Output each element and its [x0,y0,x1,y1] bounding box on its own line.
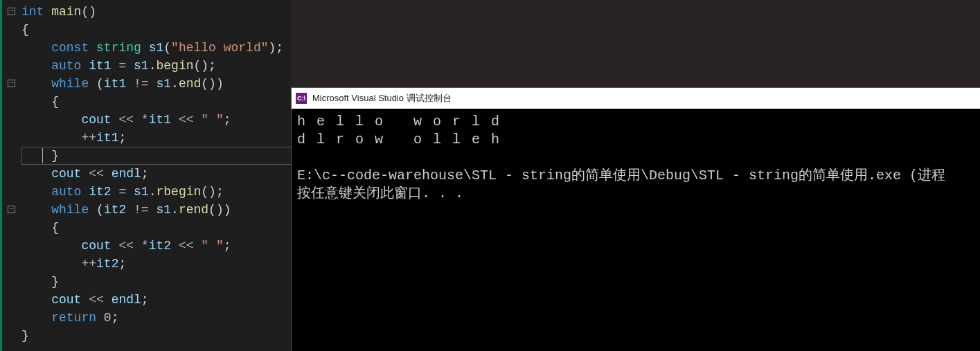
code-line[interactable]: int main() [21,3,283,21]
code-line[interactable]: return 0; [21,309,283,327]
code-line[interactable]: auto it1 = s1.begin(); [21,57,283,75]
code-line[interactable]: cout << endl; [21,165,283,183]
console-line: h e l l o w o r l d [297,113,974,131]
console-titlebar[interactable]: C:\ Microsoft Visual Studio 调试控制台 [292,88,980,109]
editor-background-right [291,0,980,87]
code-line[interactable]: { [21,219,283,237]
console-line: d l r o w o l l e h [297,131,974,149]
code-line[interactable]: } [21,147,283,165]
code-line[interactable]: ++it1; [21,129,283,147]
code-line[interactable]: cout << endl; [21,291,283,309]
console-line: E:\c--code-warehouse\STL - string的简单使用\D… [297,167,974,185]
code-line[interactable]: cout << *it2 << " "; [21,237,283,255]
code-line[interactable]: ++it2; [21,255,283,273]
fold-toggle[interactable]: − [8,80,15,87]
code-line[interactable]: while (it1 != s1.end()) [21,75,283,93]
code-line[interactable]: { [21,93,283,111]
code-area[interactable]: int main(){ const string s1("hello world… [21,3,283,345]
console-output[interactable]: h e l l o w o r l dd l r o w o l l e h E… [292,109,980,207]
console-line [297,149,974,167]
fold-toggle[interactable]: − [8,8,15,15]
console-line: 按任意键关闭此窗口. . . [297,185,974,203]
fold-gutter: −−− [4,0,19,351]
fold-toggle[interactable]: − [8,206,15,213]
code-line[interactable]: cout << *it1 << " "; [21,111,283,129]
code-line[interactable]: { [21,21,283,39]
debug-console-window: C:\ Microsoft Visual Studio 调试控制台 h e l … [291,87,980,351]
code-editor[interactable]: −−− int main(){ const string s1("hello w… [0,0,291,351]
vs-icon: C:\ [296,93,307,104]
code-line[interactable]: } [21,327,283,345]
code-line[interactable]: auto it2 = s1.rbegin(); [21,183,283,201]
code-line[interactable]: } [21,273,283,291]
code-line[interactable]: while (it2 != s1.rend()) [21,201,283,219]
code-line[interactable]: const string s1("hello world"); [21,39,283,57]
console-title: Microsoft Visual Studio 调试控制台 [312,92,452,105]
